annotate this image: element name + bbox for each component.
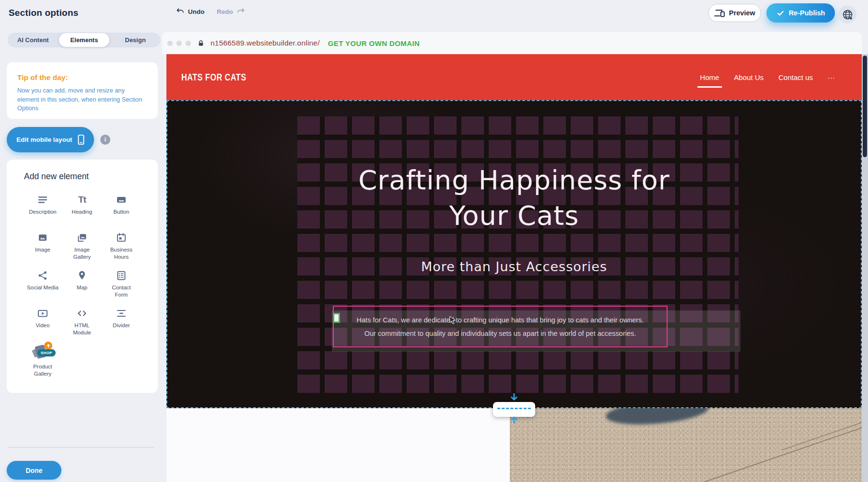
nav-more-menu[interactable]: ··· [828,73,835,81]
element-item-video[interactable]: Video [23,303,62,341]
upgrade-arrow-icon [44,342,52,350]
tiles-backdrop [297,116,739,398]
tile-seam [782,409,862,451]
redo-icon [236,7,245,16]
resize-dash-line [497,408,531,409]
element-item-button[interactable]: Button [102,189,141,227]
edit-mobile-layout-label: Edit mobile layout [16,136,72,143]
next-section-background [166,408,510,482]
devices-icon [714,9,725,18]
phone-icon [78,134,84,145]
panel-tab-bar: AI Content Elements Design [8,33,161,47]
element-item-map[interactable]: Map [62,265,102,303]
element-label: Heading [72,208,93,216]
element-grid: Description Tt Heading Button Image Imag… [23,189,143,379]
site-nav: Home About Us Contact us ··· [700,73,835,81]
business-hours-icon [115,230,128,245]
hero-subheading[interactable]: More than Just Accessories [167,259,861,274]
site-url: n1566589.websitebuilder.online/ [211,39,320,47]
button-icon [115,192,128,207]
element-item-description[interactable]: Description [23,189,62,227]
scrollbar[interactable] [862,54,868,482]
hero-body-line: Hats for Cats, we are dedicated to craft… [334,313,667,327]
arrow-up-icon [510,414,518,425]
undo-icon [176,7,185,16]
republish-button[interactable]: Re-Publish [766,3,835,23]
lock-icon [198,40,204,47]
hero-body-line: Our commitment to quality and individual… [334,327,667,340]
browser-dot [167,41,173,46]
product-gallery-icon: SHOP [32,343,54,362]
element-label: Divider [113,322,130,329]
video-icon [36,305,49,321]
element-item-heading[interactable]: Tt Heading [62,189,102,227]
info-icon[interactable]: i [100,135,110,145]
preview-label: Preview [729,9,755,17]
hero-section-selected[interactable]: Crafting Happiness for Your Cats More th… [166,100,862,408]
social-media-icon [36,267,49,283]
element-item-contact-form[interactable]: Contact Form [102,265,141,303]
tip-of-the-day-card: Tip of the day: Now you can add, move an… [7,62,158,119]
language-globe-button[interactable] [838,5,856,23]
image-icon [36,230,49,245]
element-label: HTML Module [67,322,97,336]
heading-icon: Tt [78,192,86,207]
republish-label: Re-Publish [789,9,825,17]
floor-photo [510,408,862,482]
edit-mobile-layout-button[interactable]: Edit mobile layout [7,127,94,152]
nav-about-us[interactable]: About Us [734,73,764,81]
done-button[interactable]: Done [7,461,61,480]
tip-title: Tip of the day: [17,73,147,82]
shop-badge: SHOP [37,349,56,356]
hero-heading[interactable]: Crafting Happiness for Your Cats [327,162,701,233]
element-item-social-media[interactable]: Social Media [23,265,62,303]
tip-body: Now you can add, move and resize any ele… [17,86,147,113]
element-label: Image [35,246,50,253]
site-header: HATS FOR CATS Home About Us Contact us ·… [166,54,862,100]
browser-dots [167,41,191,46]
mouse-cursor [449,316,457,327]
preview-button[interactable]: Preview [708,4,761,22]
section-resize-handle[interactable] [493,402,535,417]
element-item-business-hours[interactable]: Business Hours [102,227,141,265]
map-pin-icon [76,267,88,283]
tab-design[interactable]: Design [110,33,161,47]
get-domain-link[interactable]: GET YOUR OWN DOMAIN [328,39,420,47]
globe-icon [842,9,854,21]
element-label: Social Media [27,284,59,291]
element-item-image-gallery[interactable]: Image Gallery [62,227,102,265]
element-item-image[interactable]: Image [23,227,62,265]
html-code-icon [76,305,88,321]
browser-bar: n1566589.websitebuilder.online/ GET YOUR… [162,32,862,54]
app-window: Section options AI Content Elements Desi… [0,0,868,482]
site-logo: HATS FOR CATS [181,71,246,83]
redo-button[interactable]: Redo [217,7,245,16]
add-new-element-card: Add new element Description Tt Heading B… [7,160,158,393]
undo-button[interactable]: Undo [176,7,205,16]
tile-seam [689,412,862,482]
element-item-html-module[interactable]: HTML Module [62,303,102,341]
cat-shadow [605,408,709,428]
image-gallery-icon [76,230,88,245]
element-label: Image Gallery [67,246,97,261]
element-item-divider[interactable]: Divider [102,303,141,341]
section-options-sidebar: Section options AI Content Elements Desi… [0,0,168,482]
page-title: Section options [9,8,79,18]
tab-elements[interactable]: Elements [59,33,110,47]
undo-label: Undo [188,8,205,15]
element-label: Button [113,208,129,216]
element-label: Business Hours [106,246,137,261]
nav-home[interactable]: Home [700,73,719,81]
add-new-element-title: Add new element [24,172,89,182]
nav-contact-us[interactable]: Contact us [778,73,813,81]
scrollbar-thumb[interactable] [863,56,867,157]
check-icon [776,9,785,17]
contact-form-icon [115,267,128,283]
divider-icon [115,305,128,321]
arrow-down-icon [510,393,518,404]
description-icon [36,192,49,207]
redo-label: Redo [217,8,233,15]
hero-text-box-selected[interactable]: Hats for Cats, we are dedicated to craft… [333,306,668,347]
tab-ai-content[interactable]: AI Content [8,33,59,47]
element-item-product-gallery[interactable]: SHOP Product Gallery [23,341,62,379]
